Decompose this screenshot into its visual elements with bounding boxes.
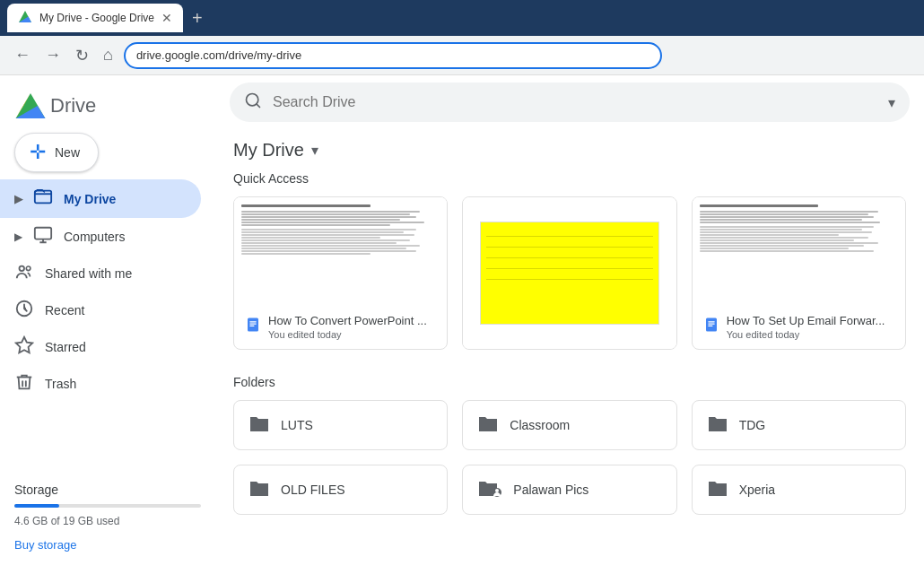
sidebar-item-label-trash: Trash [45,377,76,391]
folder-name-xperia: Xperia [739,483,775,497]
search-dropdown-arrow-icon[interactable]: ▾ [888,94,895,111]
doc-preview-0 [234,197,447,305]
app-container: Drive ✛ New ▶ My Drive ▶ Computers [0,75,924,574]
browser-chrome: My Drive - Google Drive ✕ + [0,0,924,36]
logo-text: Drive [50,94,96,117]
folder-icon-old-files [248,478,270,501]
buy-storage-button[interactable]: Buy storage [14,538,76,552]
new-tab-button[interactable]: + [192,8,203,29]
folder-name-tdg: TDG [739,418,766,432]
folder-card-luts[interactable]: LUTS [233,400,448,450]
search-bar[interactable]: ▾ [230,83,910,122]
back-button[interactable]: ← [11,42,34,68]
folder-card-classroom[interactable]: Classroom [462,400,676,450]
sidebar-item-label-starred: Starred [45,340,86,354]
qa-file-name-2: How To Set Up Email Forwar... [727,314,894,327]
logo-area: Drive [0,83,215,133]
reload-button[interactable]: ↻ [72,42,92,69]
url-text: drive.google.com/drive/my-drive [136,48,301,62]
drive-logo-icon [14,90,47,122]
folder-card-xperia[interactable]: Xperia [692,465,906,515]
qa-file-details-2: How To Set Up Email Forwar... You edited… [727,314,894,340]
sidebar-item-label-shared: Shared with me [45,266,132,281]
qa-info-2: How To Set Up Email Forwar... You edited… [693,305,905,349]
qa-file-meta-0: You edited today [268,329,436,340]
browser-nav: ← → ↻ ⌂ drive.google.com/drive/my-drive [0,36,924,75]
starred-icon [14,335,34,358]
search-icon [244,91,262,114]
expand-arrow-computers-icon: ▶ [14,230,22,243]
tab-title: My Drive - Google Drive [39,12,154,24]
sidebar-item-label-computers: Computers [64,230,125,244]
drive-title: My Drive [233,140,304,161]
folder-icon-palawan-pics-shared [477,478,502,501]
sidebar-item-computers[interactable]: ▶ Computers [0,218,201,255]
sidebar-item-shared-with-me[interactable]: Shared with me [0,255,201,291]
quick-access-grid: How To Convert PowerPoint ... You edited… [233,196,906,350]
sidebar-item-recent[interactable]: Recent [0,291,201,328]
svg-rect-24 [708,326,712,326]
storage-bar-fill [14,504,59,508]
sidebar-item-my-drive[interactable]: ▶ My Drive [0,179,201,218]
folder-card-tdg[interactable]: TDG [692,400,906,450]
qa-file-name-0: How To Convert PowerPoint ... [268,314,436,327]
browser-tab[interactable]: My Drive - Google Drive ✕ [7,4,183,32]
quick-access-card-0[interactable]: How To Convert PowerPoint ... You edited… [233,196,448,350]
plus-icon: ✛ [30,141,46,164]
storage-label: Storage [14,483,201,497]
svg-rect-22 [708,321,715,322]
folder-name-classroom: Classroom [510,418,570,432]
svg-marker-11 [16,337,32,352]
drive-title-row: My Drive ▾ [233,129,906,171]
svg-rect-7 [35,228,51,239]
shared-with-me-icon [14,262,34,284]
drive-dropdown-arrow-icon[interactable]: ▾ [311,142,318,159]
folders-grid: LUTS Classroom TDG [233,400,906,515]
folders-title: Folders [233,375,906,389]
svg-rect-23 [708,324,715,325]
new-button[interactable]: ✛ New [14,133,99,172]
folder-icon-xperia [707,478,728,501]
quick-access-card-1[interactable]: Tracker You often open around this time [462,196,676,350]
tab-favicon [18,10,32,27]
quick-access-title: Quick Access [233,171,906,186]
svg-rect-13 [248,318,258,332]
sidebar-item-label-my-drive: My Drive [64,192,116,206]
sidebar-item-label-recent: Recent [45,303,84,317]
folder-icon-luts [248,413,270,437]
storage-usage-text: 4.6 GB of 19 GB used [14,515,201,527]
recent-icon [14,299,34,321]
svg-rect-21 [706,318,717,332]
search-input[interactable] [273,94,877,110]
svg-rect-16 [249,326,254,326]
sidebar-item-trash[interactable]: Trash [0,365,201,402]
svg-point-9 [26,266,31,271]
expand-arrow-icon: ▶ [14,193,22,205]
folder-card-old-files[interactable]: OLD FILES [233,465,448,515]
folder-name-palawan-pics: Palawan Pics [513,483,588,497]
home-button[interactable]: ⌂ [100,42,117,68]
svg-point-8 [20,266,25,272]
tab-close-button[interactable]: ✕ [161,11,172,25]
doc-preview-2 [693,197,905,305]
folder-name-luts: LUTS [281,418,313,432]
quick-access-card-2[interactable]: How To Set Up Email Forwar... You edited… [692,196,906,350]
folder-icon-classroom [477,413,499,437]
computers-icon [33,225,53,248]
search-bar-area: ▾ [215,75,924,129]
new-button-label: New [55,145,80,160]
qa-preview-2 [693,197,905,305]
forward-button[interactable]: → [41,42,65,68]
my-drive-icon [33,187,53,211]
sidebar: Drive ✛ New ▶ My Drive ▶ Computers [0,75,215,574]
qa-file-details-0: How To Convert PowerPoint ... You edited… [268,314,436,340]
folder-name-old-files: OLD FILES [281,483,345,497]
sidebar-item-starred[interactable]: Starred [0,328,201,365]
address-bar[interactable]: drive.google.com/drive/my-drive [124,42,662,69]
qa-file-meta-2: You edited today [727,329,894,340]
main-content: ▾ My Drive ▾ Quick Access [215,75,924,574]
qa-preview-0 [234,197,447,305]
folder-card-palawan-pics[interactable]: Palawan Pics [462,465,676,515]
svg-rect-14 [249,321,257,322]
svg-rect-15 [249,324,257,325]
